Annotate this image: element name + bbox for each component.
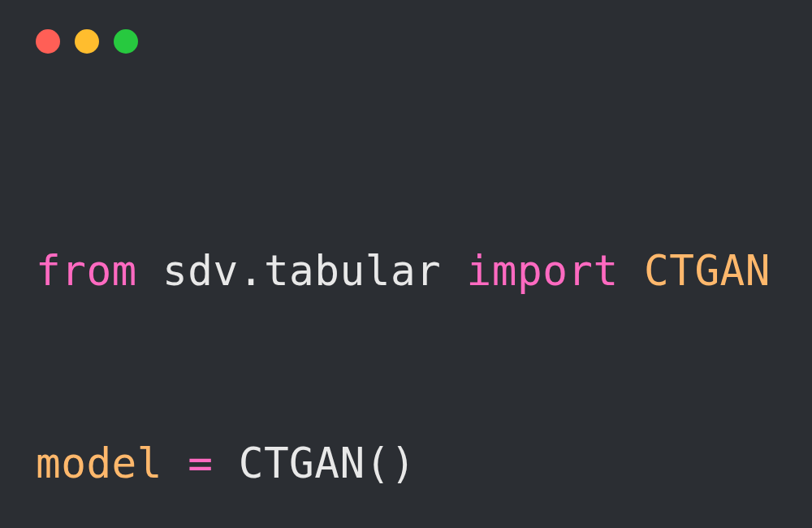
module-tabular: tabular [264,247,441,295]
module-sdv: sdv [162,247,239,295]
close-icon[interactable] [36,29,60,54]
dot: . [239,247,264,295]
code-line-1: from sdv.tabular import CTGAN [36,239,776,303]
titlebar [0,0,812,54]
keyword-from: from [36,247,137,295]
class-ctgan: CTGAN [644,247,771,295]
code-window: from sdv.tabular import CTGAN model = CT… [0,0,812,528]
paren-open: ( [365,439,391,487]
minimize-icon[interactable] [75,29,99,54]
maximize-icon[interactable] [114,29,138,54]
equals: = [188,439,213,487]
code-block: from sdv.tabular import CTGAN model = CT… [0,54,812,528]
code-line-2: model = CTGAN() [36,431,776,496]
keyword-import: import [467,247,619,295]
call-ctgan: CTGAN [239,439,365,487]
ident-model: model [36,439,162,487]
paren-close: ) [391,439,416,487]
